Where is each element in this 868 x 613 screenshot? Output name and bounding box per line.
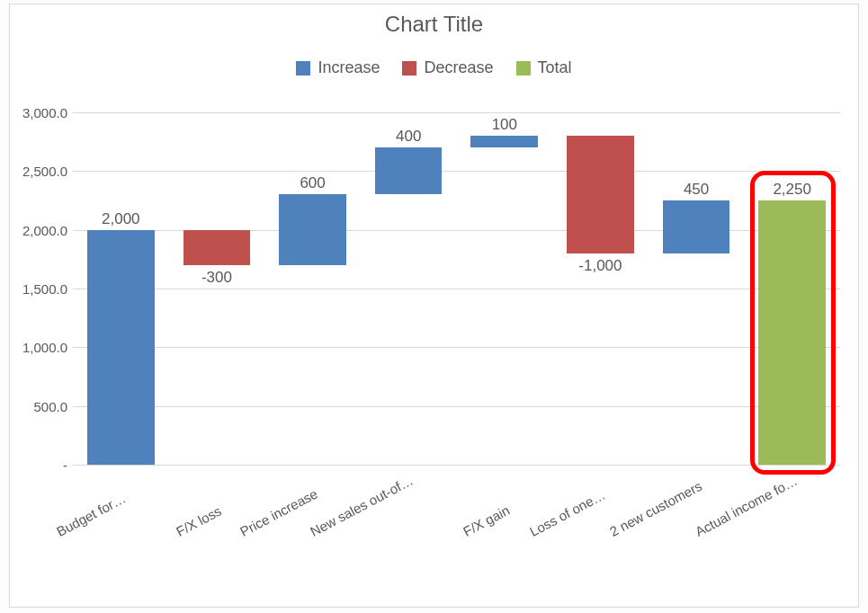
x-tick-label: Price increase <box>237 485 320 539</box>
data-label: 100 <box>457 116 553 134</box>
legend-item-total: Total <box>516 58 572 77</box>
data-label: -1,000 <box>552 257 649 275</box>
plot-area: -500.01,000.01,500.02,000.02,500.03,000.… <box>73 112 840 465</box>
legend-item-increase: Increase <box>296 58 380 77</box>
legend-label-total: Total <box>538 58 572 77</box>
waterfall-bar <box>758 200 826 465</box>
data-label: 400 <box>361 128 457 146</box>
y-tick-label: 2,000.0 <box>19 222 67 237</box>
y-tick-label: 2,500.0 <box>19 164 67 179</box>
category: -300F/X loss <box>169 112 265 465</box>
category: 400New sales out-of… <box>361 112 457 465</box>
legend-swatch-decrease-icon <box>402 61 416 76</box>
x-tick-label: Actual income fo… <box>693 473 800 539</box>
waterfall-bar <box>87 230 155 465</box>
data-label: 2,000 <box>73 210 169 228</box>
data-label: 450 <box>649 181 745 199</box>
chart-title: Chart Title <box>10 12 858 37</box>
y-tick-label: 1,500.0 <box>19 281 67 297</box>
category: 2,250Actual income fo… <box>744 112 840 465</box>
legend-label-decrease: Decrease <box>424 58 493 77</box>
waterfall-bar <box>663 200 730 253</box>
category: 4502 new customers <box>649 112 745 465</box>
legend-swatch-total-icon <box>516 61 531 76</box>
data-label: 2,250 <box>744 181 840 199</box>
y-tick-label: 1,000.0 <box>19 340 67 355</box>
category: 600Price increase <box>264 112 361 465</box>
x-tick-label: F/X loss <box>174 503 224 539</box>
legend-item-decrease: Decrease <box>402 58 493 77</box>
gridline <box>73 465 840 466</box>
waterfall-bar <box>183 230 251 265</box>
y-tick-label: 500.0 <box>19 398 67 413</box>
data-label: 600 <box>264 174 361 192</box>
legend-swatch-increase-icon <box>296 61 310 76</box>
legend-label-increase: Increase <box>318 58 380 77</box>
waterfall-bar <box>470 136 538 147</box>
waterfall-bar <box>279 194 346 264</box>
y-tick-label: - <box>19 458 67 473</box>
x-tick-label: New sales out-of… <box>308 473 416 540</box>
x-tick-label: Loss of one… <box>527 487 608 539</box>
x-tick-label: Budget for… <box>54 490 128 539</box>
x-tick-label: 2 new customers <box>607 478 704 539</box>
x-tick-label: F/X gain <box>461 502 512 539</box>
category: -1,000Loss of one… <box>552 112 649 465</box>
waterfall-bar <box>375 147 443 194</box>
legend: Increase Decrease Total <box>10 58 858 80</box>
category: 2,000Budget for… <box>73 112 169 465</box>
category: 100F/X gain <box>457 112 553 465</box>
y-tick-label: 3,000.0 <box>19 105 67 120</box>
chart-frame: Chart Title Increase Decrease Total -500… <box>9 4 859 608</box>
waterfall-bar <box>567 136 634 253</box>
data-label: -300 <box>169 269 265 287</box>
